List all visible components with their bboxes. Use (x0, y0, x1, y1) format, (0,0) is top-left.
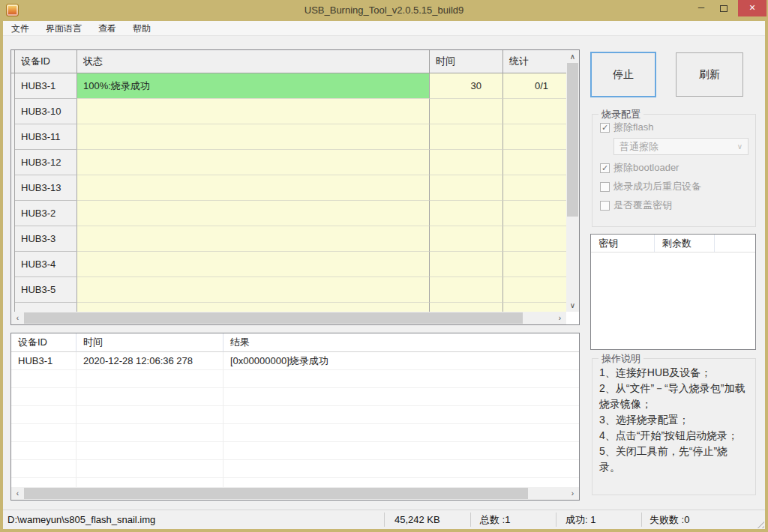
log-row-empty (11, 406, 579, 424)
device-table-header: 设备ID 状态 时间 统计 (11, 50, 566, 73)
scroll-left-icon[interactable]: ‹ (11, 312, 24, 324)
device-table: 设备ID 状态 时间 统计 HUB3-1100%:烧录成功300/1HUB3-1… (11, 50, 566, 312)
menu-help[interactable]: 帮助 (124, 21, 159, 36)
time-cell (430, 252, 503, 277)
close-button[interactable]: × (738, 0, 766, 16)
window-body: 文件 界面语言 查看 帮助 设备ID 状态 时间 统计 HUB3-1100%:烧… (3, 21, 765, 529)
log-table-header: 设备ID 时间 结果 (11, 333, 579, 352)
column-header-blank (715, 235, 755, 252)
key-table-header: 密钥 剩余数 (591, 235, 755, 253)
log-column-header-device-id[interactable]: 设备ID (11, 333, 76, 352)
instructions-group: 操作说明 1、连接好HUB及设备；2、从“文件”－“导入烧录包”加载烧录镜像；3… (592, 358, 756, 495)
burn-config-group: 烧录配置 ✓ 擦除flash 普通擦除 ∨ ✓ 擦除bootloader 烧录成… (592, 114, 756, 227)
log-row-empty (11, 388, 579, 406)
config-option-label: 烧录成功后重启设备 (614, 180, 701, 193)
checkbox-unchecked-icon[interactable] (600, 182, 610, 192)
time-cell (430, 303, 503, 312)
log-row-empty (11, 370, 579, 388)
scroll-right-icon[interactable]: › (566, 487, 579, 500)
instruction-line: 5、关闭工具前，先“停止”烧录。 (599, 444, 748, 475)
status-total: 总数 :1 (480, 510, 510, 530)
log-table-horizontal-scrollbar[interactable]: ‹ › (11, 487, 579, 500)
log-row-empty (11, 478, 579, 487)
status-cell (77, 175, 430, 201)
log-time-cell: 2020-12-28 12:06:36 278 (76, 352, 224, 370)
device-table-vertical-scrollbar[interactable]: ∧ ∨ (566, 50, 579, 312)
minimize-button[interactable]: – (693, 0, 710, 16)
instruction-line: 2、从“文件”－“导入烧录包”加载烧录镜像； (599, 381, 748, 412)
config-option-reboot-after-success[interactable]: 烧录成功后重启设备 (600, 181, 755, 193)
refresh-button[interactable]: 刷新 (676, 52, 743, 97)
log-column-header-time[interactable]: 时间 (76, 333, 224, 352)
device-id-cell (15, 303, 77, 312)
stat-cell (503, 277, 566, 303)
table-row[interactable]: HUB3-1100%:烧录成功300/1 (11, 73, 566, 99)
stat-cell (503, 150, 566, 175)
checkbox-unchecked-icon[interactable] (600, 201, 610, 211)
time-cell (430, 226, 503, 252)
column-header-time[interactable]: 时间 (430, 50, 503, 73)
erase-mode-select[interactable]: 普通擦除 ∨ (614, 138, 748, 155)
status-cell (77, 201, 430, 226)
menu-language[interactable]: 界面语言 (38, 21, 90, 36)
titlebar: USB_Burning_Tool_v2.0.5.15_build9 – × (0, 0, 768, 21)
horizontal-scrollbar-thumb[interactable] (24, 312, 523, 324)
status-success: 成功: 1 (566, 510, 596, 530)
device-id-cell: HUB3-4 (15, 252, 77, 277)
horizontal-scrollbar-thumb[interactable] (24, 488, 528, 499)
column-header-device-id[interactable]: 设备ID (15, 50, 77, 73)
column-header-remaining[interactable]: 剩余数 (655, 235, 715, 252)
time-cell (430, 150, 503, 175)
stat-cell: 0/1 (503, 73, 566, 99)
table-row[interactable]: HUB3-13 (11, 175, 566, 201)
window-title: USB_Burning_Tool_v2.0.5.15_build9 (0, 0, 768, 21)
table-row[interactable]: HUB3-12 (11, 150, 566, 175)
stat-cell (503, 201, 566, 226)
table-row[interactable]: HUB3-4 (11, 252, 566, 277)
status-cell (77, 277, 430, 303)
table-row[interactable]: HUB3-11 (11, 124, 566, 150)
maximize-button[interactable] (716, 0, 732, 16)
status-image-size: 45,242 KB (394, 510, 440, 530)
status-separator (556, 513, 556, 527)
log-row-empty (11, 424, 579, 442)
config-option-overwrite-key[interactable]: 是否覆盖密钥 (600, 199, 755, 211)
menu-view[interactable]: 查看 (90, 21, 124, 36)
log-row[interactable]: HUB3-12020-12-28 12:06:36 278[0x00000000… (11, 352, 579, 370)
scroll-left-icon[interactable]: ‹ (11, 487, 24, 500)
menu-file[interactable]: 文件 (3, 21, 38, 36)
table-row[interactable] (11, 303, 566, 312)
stop-button[interactable]: 停止 (590, 52, 656, 97)
table-row[interactable]: HUB3-2 (11, 201, 566, 226)
checkbox-checked-icon[interactable]: ✓ (600, 123, 610, 133)
device-table-body: HUB3-1100%:烧录成功300/1HUB3-10HUB3-11HUB3-1… (11, 73, 566, 312)
config-option-label: 擦除bootloader (614, 161, 679, 175)
column-header-stat[interactable]: 统计 (503, 50, 566, 73)
scroll-up-icon[interactable]: ∧ (566, 50, 579, 63)
log-result-cell: [0x00000000]烧录成功 (224, 352, 579, 370)
column-header-status[interactable]: 状态 (77, 50, 430, 73)
instruction-line: 4、点击“开始”按钮启动烧录； (599, 428, 748, 444)
column-header-key[interactable]: 密钥 (591, 235, 655, 252)
time-cell (430, 99, 503, 124)
device-table-horizontal-scrollbar[interactable]: ‹ › (11, 312, 566, 324)
status-cell: 100%:烧录成功 (77, 73, 430, 99)
stat-cell (503, 175, 566, 201)
table-row[interactable]: HUB3-3 (11, 226, 566, 252)
resize-grip[interactable] (754, 519, 764, 528)
log-column-header-result[interactable]: 结果 (224, 333, 579, 352)
time-cell (430, 201, 503, 226)
device-id-cell: HUB3-10 (15, 99, 77, 124)
statusbar: D:\wameyun\s805_flash_snail.img 45,242 K… (3, 510, 765, 529)
config-option-erase-bootloader[interactable]: ✓ 擦除bootloader (600, 162, 755, 174)
checkbox-checked-icon[interactable]: ✓ (600, 163, 610, 173)
scroll-right-icon[interactable]: › (554, 312, 566, 324)
device-table-panel: 设备ID 状态 时间 统计 HUB3-1100%:烧录成功300/1HUB3-1… (10, 49, 580, 325)
table-row[interactable]: HUB3-10 (11, 99, 566, 124)
table-row[interactable]: HUB3-5 (11, 277, 566, 303)
stat-cell (503, 252, 566, 277)
scroll-down-icon[interactable]: ∨ (566, 299, 579, 312)
config-option-erase-flash[interactable]: ✓ 擦除flash (600, 121, 755, 133)
log-table: 设备ID 时间 结果 HUB3-12020-12-28 12:06:36 278… (11, 333, 579, 487)
vertical-scrollbar-thumb[interactable] (567, 63, 578, 217)
